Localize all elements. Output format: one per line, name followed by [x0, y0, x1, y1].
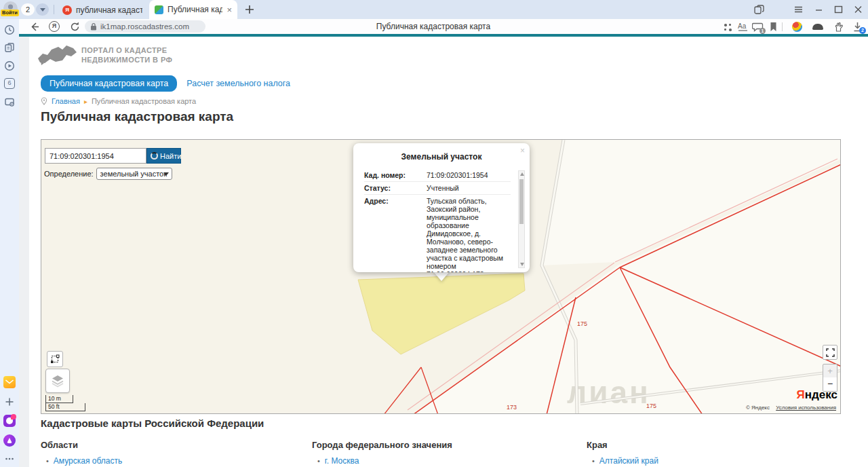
measure-area-button[interactable]: [47, 351, 63, 367]
menu-icon[interactable]: [793, 5, 804, 14]
copyright-text: © Яндекс: [746, 405, 770, 411]
fullscreen-button[interactable]: [823, 345, 837, 360]
tab-list-chevron-icon[interactable]: [36, 3, 49, 16]
footer-col-title: Области: [41, 440, 122, 450]
alice-icon[interactable]: [3, 434, 16, 447]
zoom-in-button[interactable]: +: [823, 364, 837, 378]
history-clock-icon[interactable]: [4, 24, 15, 35]
active-page-title: Публичная кадастровая карта: [222, 22, 644, 31]
yandex-logo-first: Я: [797, 388, 805, 401]
web-page: ПОРТАЛ О КАДАСТРЕ НЕДВИЖИМОСТИ В РФ Публ…: [19, 37, 868, 467]
new-tab-button[interactable]: [243, 3, 256, 16]
breadcrumb-arrow-icon: ▸: [84, 98, 87, 105]
yandex-logo[interactable]: Яндекс: [797, 388, 837, 402]
extensions-ball-icon[interactable]: [792, 22, 802, 32]
row-label: Кад. номер:: [364, 171, 427, 179]
footer-col-oblasti: Области Амурская область: [41, 440, 122, 466]
tab-cadastral-map-active[interactable]: Публичная кадастров: [149, 0, 237, 19]
footer-heading: Кадастровые карты Российской Федерации: [41, 417, 264, 429]
cadastral-map[interactable]: лиан 175 173 175 Най: [41, 139, 841, 414]
terms-link[interactable]: Условия использования: [776, 405, 836, 411]
reader-mode-icon[interactable]: Aa: [737, 21, 749, 33]
panels-icon[interactable]: [4, 42, 15, 53]
address-bar[interactable]: ik1map.roscadastres.com: [85, 20, 205, 33]
logo-text[interactable]: ПОРТАЛ О КАДАСТРЕ НЕДВИЖИМОСТИ В РФ: [81, 45, 172, 64]
search-button-label: Найти: [160, 152, 181, 160]
popup-table: Кад. номер: 71:09:020301:1954 Статус: Уч…: [364, 169, 511, 272]
footer-col-kraya: Края Алтайский край: [587, 440, 658, 466]
parcel-label: 175: [577, 320, 587, 327]
loading-spinner-icon: [151, 152, 158, 160]
parcel-label: 173: [507, 404, 517, 411]
row-value: 71:09:020301:1954: [427, 171, 511, 179]
svg-text:Aa: Aa: [738, 22, 747, 30]
close-window-icon[interactable]: [853, 5, 863, 14]
tab-group-badge[interactable]: 6: [4, 78, 15, 89]
page-left-gutter: [19, 37, 29, 467]
maximize-icon[interactable]: [833, 5, 844, 14]
mail-icon[interactable]: [3, 376, 16, 388]
alice-dome-icon[interactable]: [812, 24, 823, 30]
scale-imperial: 50 ft: [46, 403, 85, 411]
scroll-up-icon[interactable]: [520, 172, 524, 176]
nav-land-tax-link[interactable]: Расчет земельного налога: [186, 79, 290, 88]
scroll-down-icon[interactable]: [520, 263, 524, 266]
refresh-icon[interactable]: [69, 21, 81, 33]
browser-tabstrip: Войти 2 публичная кадастровая Публичная …: [0, 0, 868, 19]
back-icon[interactable]: [28, 21, 40, 33]
hand-icon[interactable]: [833, 21, 844, 33]
more-dots-icon[interactable]: [4, 453, 15, 464]
row-value: Учтенный: [427, 184, 511, 192]
chat-badge: 1: [760, 28, 766, 34]
search-button[interactable]: Найти: [146, 148, 181, 164]
screen: Войти 2 публичная кадастровая Публичная …: [0, 0, 868, 467]
table-row: Адрес: Тульская область, Заокский район,…: [364, 194, 511, 272]
row-value: Тульская область, Заокский район, муници…: [427, 197, 511, 272]
tab-title: публичная кадастровая: [76, 5, 142, 15]
close-tab-icon[interactable]: [226, 5, 232, 14]
object-type-filter: Определение: земельный участок: [44, 168, 172, 180]
screenshot-icon[interactable]: [4, 96, 15, 107]
login-badge[interactable]: Войти: [1, 10, 19, 16]
footer-col-title: Края: [587, 440, 658, 450]
footer-col-title: Города федерального значения: [312, 440, 452, 450]
url-text: ik1map.roscadastres.com: [100, 22, 189, 31]
chat-icon[interactable]: 1: [752, 21, 764, 33]
logo-line2: НЕДВИЖИМОСТИ В РФ: [81, 55, 172, 64]
tab-search-results[interactable]: публичная кадастровая: [57, 2, 148, 18]
site-nav: Публичная кадастровая карта Расчет земел…: [41, 75, 290, 92]
footer-link[interactable]: Амурская область: [41, 456, 122, 466]
layers-button[interactable]: [45, 369, 70, 393]
logo-line1: ПОРТАЛ О КАДАСТРЕ: [81, 45, 172, 55]
map-scale: 10 m 50 ft: [45, 395, 85, 411]
parcel-info-popup: Земельный участок Кад. номер: 71:09:0203…: [353, 143, 530, 272]
nav-cadastral-map-button[interactable]: Публичная кадастровая карта: [41, 75, 177, 92]
yandex-services-icon[interactable]: [49, 21, 60, 32]
tab-separator: [54, 5, 54, 14]
minimize-icon[interactable]: [814, 5, 824, 14]
bookmark-icon[interactable]: [768, 21, 779, 33]
popup-title: Земельный участок: [353, 143, 530, 162]
parcel-label: 175: [646, 403, 656, 409]
breadcrumb-home-link[interactable]: Главная: [52, 97, 80, 105]
add-icon[interactable]: [4, 396, 15, 407]
tab-counter[interactable]: 2: [21, 3, 35, 16]
map-watermark: лиан: [567, 375, 650, 410]
map-attribution: © Яндекс Условия использования: [746, 405, 836, 411]
object-type-select[interactable]: земельный участок: [96, 168, 172, 180]
play-icon[interactable]: [4, 60, 15, 71]
browser-sidebar: 6: [0, 19, 19, 467]
tab-panels-icon[interactable]: [754, 5, 764, 14]
scrollbar-thumb[interactable]: [519, 179, 524, 224]
dots-grid-icon[interactable]: [723, 22, 732, 32]
download-icon[interactable]: 2: [852, 21, 863, 33]
footer-link[interactable]: г. Москва: [312, 456, 452, 466]
yandex-logo-rest: ндекс: [805, 388, 837, 401]
search-input[interactable]: [45, 148, 146, 164]
footer-link[interactable]: Алтайский край: [587, 456, 658, 466]
close-popup-icon[interactable]: [520, 146, 525, 155]
music-app-icon[interactable]: [3, 415, 16, 427]
russia-map-logo-icon[interactable]: [37, 41, 79, 71]
popup-scrollbar[interactable]: [518, 170, 525, 268]
footer-col-cities: Города федерального значения г. Москва: [312, 440, 452, 466]
